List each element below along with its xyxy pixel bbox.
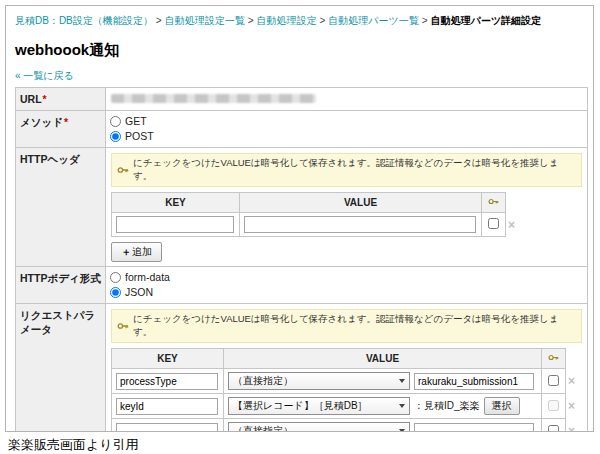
request-params-encrypt-header — [542, 349, 566, 369]
param-key-input[interactable] — [116, 373, 218, 390]
body-format-radio-formdata[interactable] — [110, 272, 121, 283]
param-key-input[interactable] — [116, 398, 218, 415]
breadcrumb-separator: > — [156, 15, 162, 26]
encryption-notice: にチェックをつけたVALUEは暗号化して保存されます。認証情報などのデータは暗号… — [111, 309, 582, 343]
param-key-input[interactable] — [116, 423, 218, 433]
required-mark: * — [43, 93, 47, 105]
delete-row-icon[interactable]: × — [508, 218, 515, 232]
record-select-button[interactable]: 選択 — [484, 397, 520, 415]
http-header-value-header: VALUE — [240, 193, 482, 213]
chevron-down-icon — [399, 429, 405, 432]
param-value-input[interactable] — [414, 373, 534, 390]
http-header-row-1: × — [112, 213, 518, 237]
back-link[interactable]: « 一覧に戻る — [15, 69, 74, 83]
method-radio-post[interactable] — [110, 131, 121, 142]
request-param-row-1: （直接指定） × — [112, 369, 578, 394]
breadcrumb-separator: > — [319, 15, 325, 26]
encryption-notice: にチェックをつけたVALUEは暗号化して保存されます。認証情報などのデータは暗号… — [111, 153, 582, 187]
body-format-row: HTTPボディ形式 form-data JSON — [16, 267, 588, 304]
param-encrypt-checkbox[interactable] — [548, 425, 559, 433]
delete-row-icon[interactable]: × — [568, 374, 575, 388]
param-type-select[interactable]: 【選択レコード】［見積DB］ — [228, 397, 410, 415]
method-radio-get[interactable] — [110, 116, 121, 127]
param-encrypt-checkbox[interactable] — [548, 375, 559, 386]
body-format-option-json-label: JSON — [125, 286, 153, 298]
breadcrumb-link-autoprocess-list[interactable]: 自動処理設定一覧 — [165, 15, 245, 26]
request-params-row: リクエストパラメータ にチェックをつけたVALUEは暗号化して保存されます。認証… — [16, 304, 588, 433]
key-icon — [117, 164, 129, 176]
request-param-row-2: 【選択レコード】［見積DB］ ：見積ID_楽楽 選択 × — [112, 394, 578, 419]
http-header-encrypt-header — [482, 193, 506, 213]
http-header-key-header: KEY — [112, 193, 240, 213]
http-header-encrypt-checkbox[interactable] — [488, 218, 499, 229]
param-encrypt-checkbox[interactable] — [548, 400, 559, 411]
http-header-key-input[interactable] — [116, 216, 234, 233]
method-option-post-label: POST — [125, 130, 154, 142]
required-mark: * — [64, 116, 68, 128]
selected-record-label: ：見積ID_楽楽 — [414, 399, 480, 413]
http-header-add-button[interactable]: ＋追加 — [111, 242, 162, 262]
url-value-redacted[interactable] — [111, 94, 316, 103]
url-label: URL* — [16, 88, 106, 111]
chevron-down-icon — [399, 404, 405, 408]
chevron-down-icon — [399, 379, 405, 383]
request-param-row-3: （直接指定） × — [112, 419, 578, 433]
body-format-radio-json[interactable] — [110, 287, 121, 298]
http-header-value-input[interactable] — [244, 216, 476, 233]
body-format-option-formdata-label: form-data — [125, 271, 170, 283]
breadcrumb: 見積DB：DB設定（機能設定）>自動処理設定一覧>自動処理設定>自動処理パーツ一… — [6, 6, 593, 28]
plus-icon: ＋ — [121, 246, 131, 257]
param-value-input[interactable] — [414, 423, 534, 433]
breadcrumb-separator: > — [248, 15, 254, 26]
request-params-key-header: KEY — [112, 349, 224, 369]
request-params-label: リクエストパラメータ — [16, 304, 106, 433]
method-row: メソッド* GET POST — [16, 111, 588, 148]
breadcrumb-link-db-settings[interactable]: 見積DB：DB設定（機能設定） — [15, 15, 153, 26]
method-label: メソッド* — [16, 111, 106, 148]
settings-form-table: URL* メソッド* GET POST — [15, 87, 588, 432]
request-params-value-header: VALUE — [224, 349, 542, 369]
http-header-label: HTTPヘッダ — [16, 148, 106, 267]
breadcrumb-current: 自動処理パーツ詳細設定 — [431, 15, 541, 26]
encryption-notice-text: にチェックをつけたVALUEは暗号化して保存されます。認証情報などのデータは暗号… — [133, 313, 576, 339]
encryption-notice-text: にチェックをつけたVALUEは暗号化して保存されます。認証情報などのデータは暗号… — [133, 157, 576, 183]
source-caption: 楽楽販売画面より引用 — [8, 436, 139, 454]
key-icon — [488, 196, 499, 207]
breadcrumb-link-parts-list[interactable]: 自動処理パーツ一覧 — [328, 15, 418, 26]
http-header-row: HTTPヘッダ にチェックをつけたVALUEは暗号化して保存されます。認証情報な… — [16, 148, 588, 267]
screenshot-frame: 見積DB：DB設定（機能設定）>自動処理設定一覧>自動処理設定>自動処理パーツ一… — [5, 5, 594, 432]
key-icon — [548, 352, 559, 363]
request-params-table: KEY VALUE — [111, 348, 578, 432]
page-title: webhoook通知 — [15, 41, 593, 60]
http-header-table: KEY VALUE × — [111, 192, 518, 237]
param-type-select[interactable]: （直接指定） — [228, 422, 410, 432]
delete-row-icon[interactable]: × — [568, 424, 575, 432]
param-type-select[interactable]: （直接指定） — [228, 372, 410, 390]
breadcrumb-separator: > — [422, 15, 428, 26]
key-icon — [117, 320, 129, 332]
body-format-label: HTTPボディ形式 — [16, 267, 106, 304]
breadcrumb-link-autoprocess-setting[interactable]: 自動処理設定 — [256, 15, 316, 26]
url-row: URL* — [16, 88, 588, 111]
method-option-get-label: GET — [125, 115, 147, 127]
delete-row-icon[interactable]: × — [568, 399, 575, 413]
